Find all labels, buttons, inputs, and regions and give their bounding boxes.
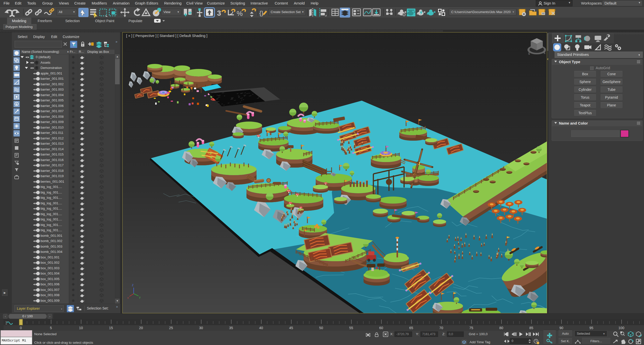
svg-text:5: 5 (50, 326, 52, 330)
svg-text:70: 70 (439, 326, 443, 330)
svg-text:10: 10 (79, 326, 83, 330)
svg-text:x: x (127, 296, 129, 299)
svg-text:y: y (139, 296, 140, 299)
svg-text:35: 35 (229, 326, 233, 330)
svg-text:[ + ] [ Perspective ] [ Standa: [ + ] [ Perspective ] [ Standard ] [ Def… (126, 34, 207, 38)
svg-text:Z: Z (132, 284, 133, 287)
svg-text:15: 15 (109, 326, 113, 330)
svg-text:50: 50 (319, 326, 323, 330)
svg-text:40: 40 (259, 326, 263, 330)
svg-text:30: 30 (199, 326, 203, 330)
svg-text:90: 90 (559, 326, 563, 330)
svg-text:95: 95 (589, 326, 593, 330)
svg-text:3: 3 (217, 9, 221, 17)
svg-text:85: 85 (529, 326, 533, 330)
svg-text:60: 60 (379, 326, 383, 330)
svg-text:55: 55 (349, 326, 353, 330)
svg-text:80: 80 (499, 326, 503, 330)
svg-text:S: S (528, 52, 530, 55)
svg-text:75: 75 (469, 326, 473, 330)
svg-text:%: % (237, 10, 243, 17)
svg-text:20: 20 (139, 326, 143, 330)
svg-text:{}: {} (259, 10, 263, 16)
svg-text:0: 0 (20, 326, 22, 330)
svg-text:100: 100 (618, 326, 624, 330)
svg-text:25: 25 (169, 326, 173, 330)
svg-text:E: E (544, 52, 546, 54)
svg-text:45: 45 (289, 326, 293, 330)
svg-text:65: 65 (409, 326, 413, 330)
